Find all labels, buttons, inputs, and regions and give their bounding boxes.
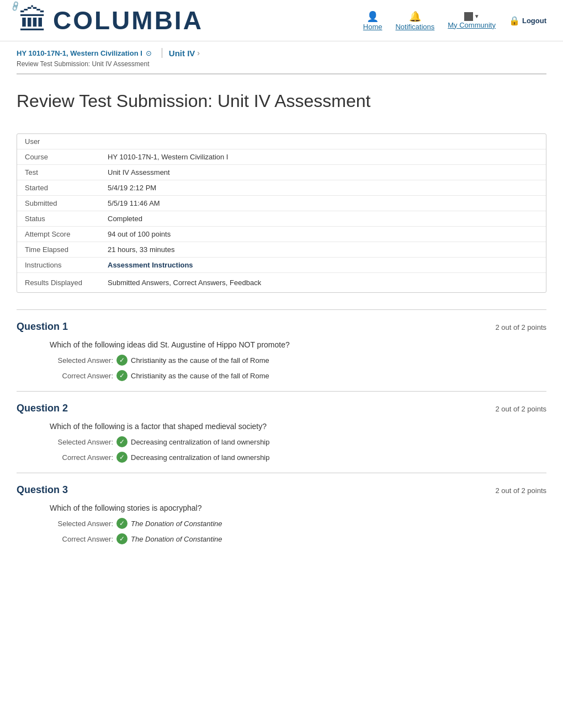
selected-answer-row-1: Selected Answer: ✓ Christianity as the c… bbox=[50, 355, 546, 366]
selected-label-1: Selected Answer: bbox=[50, 356, 113, 365]
question-points-3: 2 out of 2 points bbox=[495, 486, 546, 495]
correct-text-3: The Donation of Constantine bbox=[131, 535, 222, 543]
breadcrumb-sub: Review Test Submission: Unit IV Assessme… bbox=[17, 60, 546, 68]
question-header-3: Question 3 2 out of 2 points bbox=[17, 484, 546, 496]
selected-check-icon-1: ✓ bbox=[116, 355, 128, 366]
question-header-2: Question 2 2 out of 2 points bbox=[17, 403, 546, 414]
results-label: Results Displayed bbox=[17, 273, 100, 293]
question-section-1: Question 1 2 out of 2 points Which of th… bbox=[17, 309, 546, 391]
selected-answer-row-2: Selected Answer: ✓ Decreasing centraliza… bbox=[50, 436, 546, 447]
correct-label-2: Correct Answer: bbox=[50, 453, 113, 462]
started-value: 5/4/19 2:12 PM bbox=[100, 180, 546, 196]
summary-row-started: Started 5/4/19 2:12 PM bbox=[17, 180, 546, 196]
question-body-3: Which of the following stories is apocry… bbox=[17, 504, 546, 544]
community-dropdown-icon: ▼ bbox=[474, 13, 480, 19]
nav-logout[interactable]: 🔒 Logout bbox=[509, 15, 546, 26]
question-title-1: Question 1 bbox=[17, 321, 68, 333]
summary-row-instructions: Instructions Assessment Instructions bbox=[17, 258, 546, 273]
status-label: Status bbox=[17, 211, 100, 227]
correct-answer-row-2: Correct Answer: ✓ Decreasing centralizat… bbox=[50, 452, 546, 463]
test-value: Unit IV Assessment bbox=[100, 165, 546, 180]
summary-row-status: Status Completed bbox=[17, 211, 546, 227]
question-section-3: Question 3 2 out of 2 points Which of th… bbox=[17, 473, 546, 554]
person-icon: 👤 bbox=[367, 10, 379, 23]
selected-text-1: Christianity as the cause of the fall of… bbox=[131, 356, 269, 365]
summary-row-test: Test Unit IV Assessment bbox=[17, 165, 546, 180]
questions-container: Question 1 2 out of 2 points Which of th… bbox=[0, 309, 563, 554]
selected-check-icon-2: ✓ bbox=[116, 436, 128, 447]
summary-row-submitted: Submitted 5/5/19 11:46 AM bbox=[17, 196, 546, 211]
user-label: User bbox=[17, 134, 100, 149]
home-label: Home bbox=[363, 23, 383, 31]
header: 🔗 🏛 COLUMBIA 👤 Home 🔔 Notifications ▼ My… bbox=[0, 0, 563, 41]
question-title-3: Question 3 bbox=[17, 484, 68, 496]
question-section-2: Question 2 2 out of 2 points Which of th… bbox=[17, 391, 546, 473]
correct-check-icon-3: ✓ bbox=[116, 533, 128, 544]
nav-notifications[interactable]: 🔔 Notifications bbox=[395, 10, 434, 31]
question-header-1: Question 1 2 out of 2 points bbox=[17, 321, 546, 333]
logo-area: 🔗 🏛 COLUMBIA bbox=[11, 6, 203, 35]
correct-text-2: Decreasing centralization of land owners… bbox=[131, 453, 269, 462]
instructions-value[interactable]: Assessment Instructions bbox=[100, 258, 546, 273]
summary-row-course: Course HY 1010-17N-1, Western Civilizati… bbox=[17, 149, 546, 165]
question-body-2: Which of the following is a factor that … bbox=[17, 422, 546, 463]
question-points-1: 2 out of 2 points bbox=[495, 323, 546, 331]
summary-row-results: Results Displayed Submitted Answers, Cor… bbox=[17, 273, 546, 293]
correct-check-icon-1: ✓ bbox=[116, 370, 128, 381]
breadcrumb-line bbox=[17, 73, 546, 74]
question-text-2: Which of the following is a factor that … bbox=[50, 422, 546, 431]
selected-label-2: Selected Answer: bbox=[50, 438, 113, 446]
course-label: Course bbox=[17, 149, 100, 165]
breadcrumb-unit[interactable]: Unit IV bbox=[169, 49, 195, 58]
correct-answer-row-1: Correct Answer: ✓ Christianity as the ca… bbox=[50, 370, 546, 381]
page-title-area: Review Test Submission: Unit IV Assessme… bbox=[0, 74, 563, 133]
selected-check-icon-3: ✓ bbox=[116, 518, 128, 529]
breadcrumb-course[interactable]: HY 1010-17N-1, Western Civilization I bbox=[17, 49, 142, 57]
selected-text-3: The Donation of Constantine bbox=[131, 520, 222, 528]
submitted-value: 5/5/19 11:46 AM bbox=[100, 196, 546, 211]
results-value: Submitted Answers, Correct Answers, Feed… bbox=[100, 273, 546, 293]
selected-text-2: Decreasing centralization of land owners… bbox=[131, 438, 269, 446]
logo-building-icon: 🏛 bbox=[19, 6, 47, 35]
question-text-3: Which of the following stories is apocry… bbox=[50, 504, 546, 512]
logo-text: COLUMBIA bbox=[53, 6, 203, 35]
status-value: Completed bbox=[100, 211, 546, 227]
selected-answer-row-3: Selected Answer: ✓ The Donation of Const… bbox=[50, 518, 546, 529]
question-body-1: Which of the following ideas did St. Aug… bbox=[17, 340, 546, 381]
correct-label-3: Correct Answer: bbox=[50, 535, 113, 543]
lock-icon: 🔒 bbox=[509, 15, 520, 26]
notifications-label: Notifications bbox=[395, 23, 434, 31]
breadcrumb-divider bbox=[162, 48, 162, 58]
community-square-icon bbox=[464, 12, 473, 21]
nav-right: 👤 Home 🔔 Notifications ▼ My Community 🔒 … bbox=[363, 10, 546, 31]
nav-home[interactable]: 👤 Home bbox=[363, 10, 383, 31]
breadcrumb: HY 1010-17N-1, Western Civilization I ⊙ … bbox=[0, 41, 563, 74]
nav-community[interactable]: ▼ My Community bbox=[448, 12, 496, 29]
course-value: HY 1010-17N-1, Western Civilization I bbox=[100, 149, 546, 165]
dropdown-icon[interactable]: ⊙ bbox=[146, 49, 152, 57]
started-label: Started bbox=[17, 180, 100, 196]
user-value bbox=[100, 134, 546, 149]
summary-row-attempt: Attempt Score 94 out of 100 points bbox=[17, 227, 546, 242]
summary-box: User Course HY 1010-17N-1, Western Civil… bbox=[17, 133, 546, 293]
submitted-label: Submitted bbox=[17, 196, 100, 211]
question-points-2: 2 out of 2 points bbox=[495, 405, 546, 413]
correct-check-icon-2: ✓ bbox=[116, 452, 128, 463]
time-elapsed-label: Time Elapsed bbox=[17, 242, 100, 258]
attempt-score-label: Attempt Score bbox=[17, 227, 100, 242]
instructions-label: Instructions bbox=[17, 258, 100, 273]
correct-text-1: Christianity as the cause of the fall of… bbox=[131, 372, 269, 380]
question-text-1: Which of the following ideas did St. Aug… bbox=[50, 340, 546, 349]
bell-icon: 🔔 bbox=[409, 10, 421, 23]
correct-label-1: Correct Answer: bbox=[50, 372, 113, 380]
summary-row-time: Time Elapsed 21 hours, 33 minutes bbox=[17, 242, 546, 258]
summary-table: User Course HY 1010-17N-1, Western Civil… bbox=[17, 134, 546, 292]
attempt-score-value: 94 out of 100 points bbox=[100, 227, 546, 242]
logout-label: Logout bbox=[522, 17, 546, 25]
community-label: My Community bbox=[448, 21, 496, 29]
test-label: Test bbox=[17, 165, 100, 180]
instructions-link[interactable]: Assessment Instructions bbox=[108, 261, 193, 269]
correct-answer-row-3: Correct Answer: ✓ The Donation of Consta… bbox=[50, 533, 546, 544]
time-elapsed-value: 21 hours, 33 minutes bbox=[100, 242, 546, 258]
page-title: Review Test Submission: Unit IV Assessme… bbox=[17, 91, 546, 111]
